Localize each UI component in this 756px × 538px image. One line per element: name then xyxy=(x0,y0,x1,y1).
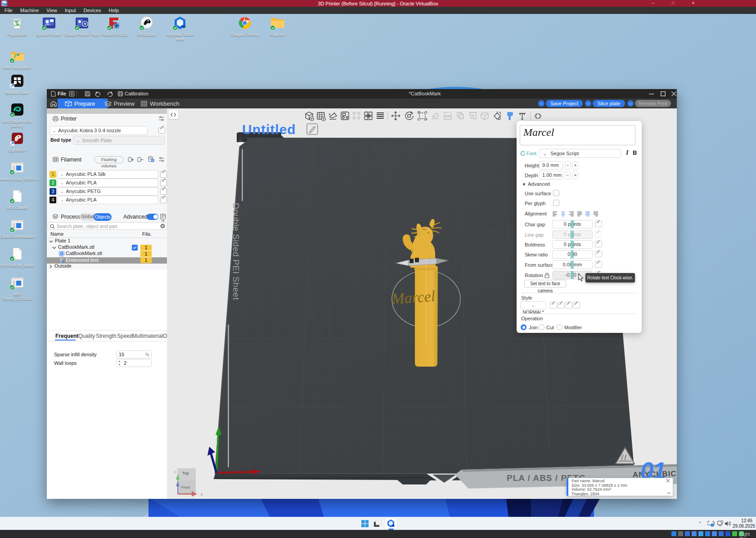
svg-text:x: x xyxy=(201,492,203,497)
svg-text:y: y xyxy=(174,470,176,474)
svg-text:Front: Front xyxy=(181,485,190,489)
svg-text:Top: Top xyxy=(182,471,189,475)
svg-text:Marcel: Marcel xyxy=(391,287,436,307)
